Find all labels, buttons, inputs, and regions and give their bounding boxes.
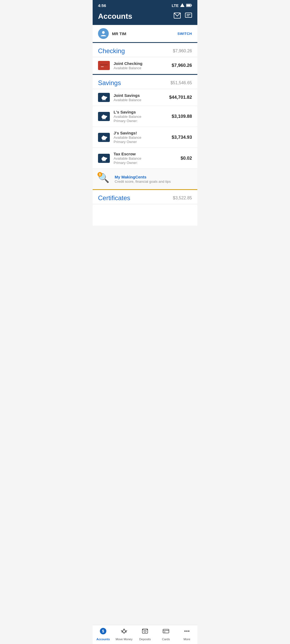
checking-title: Checking <box>98 47 125 55</box>
savings-title: Savings <box>98 79 121 87</box>
svg-point-28 <box>106 137 106 137</box>
switch-button[interactable]: SWITCH <box>177 32 192 36</box>
user-info: MR TIM <box>98 28 126 39</box>
svg-line-30 <box>103 140 103 140</box>
svg-point-50 <box>186 631 188 632</box>
account-name: Joint Checking <box>114 61 143 66</box>
message-icon[interactable] <box>185 13 192 20</box>
certificates-title: Certificates <box>98 194 130 202</box>
account-sub: Available Balance <box>114 98 141 102</box>
move-money-nav-label: Move Money <box>116 638 133 641</box>
js-savings-icon <box>98 133 110 142</box>
svg-line-18 <box>105 100 105 100</box>
account-js-savings[interactable]: J's Savings! Available Balance Primary O… <box>93 127 197 148</box>
joint-savings-icon <box>98 93 110 102</box>
account-joint-savings[interactable]: Joint Savings Available Balance $44,701.… <box>93 89 197 106</box>
nav-move-money[interactable]: Move Money <box>114 627 135 641</box>
account-owner: Primary Owner: <box>114 119 141 123</box>
svg-rect-22 <box>103 115 104 116</box>
account-name: L's Savings <box>114 110 141 114</box>
account-balance: $44,701.82 <box>169 95 192 100</box>
mail-icon[interactable] <box>174 13 181 20</box>
page-title: Accounts <box>98 12 132 21</box>
more-nav-label: More <box>183 638 190 641</box>
certificates-section-header: Certificates $3,522.85 <box>93 190 197 204</box>
status-time: 4:56 <box>98 3 106 8</box>
svg-line-37 <box>103 160 103 161</box>
network-label: LTE <box>172 3 179 8</box>
deposits-nav-icon <box>141 627 149 636</box>
svg-rect-15 <box>103 96 104 97</box>
svg-rect-36 <box>103 156 104 158</box>
account-tax-escrow[interactable]: Tax Escrow Available Balance Primary Own… <box>93 148 197 169</box>
account-ls-savings[interactable]: L's Savings Available Balance Primary Ow… <box>93 106 197 127</box>
app-header: Accounts <box>93 10 197 25</box>
making-cents-title: My MakingCents <box>115 175 171 179</box>
making-cents-subtitle: Credit score, financial goals and tips <box>115 180 171 184</box>
svg-point-21 <box>106 116 106 116</box>
savings-section-header: Savings $51,546.65 <box>93 75 197 89</box>
accounts-nav-icon: $ <box>99 627 107 636</box>
svg-point-51 <box>188 631 190 632</box>
svg-rect-2 <box>191 5 192 6</box>
signal-icon <box>180 3 184 8</box>
svg-marker-0 <box>180 3 184 7</box>
account-balance: $0.02 <box>180 156 192 161</box>
svg-point-8 <box>102 31 105 34</box>
svg-point-35 <box>106 158 106 158</box>
status-indicators: LTE <box>172 3 192 8</box>
svg-rect-3 <box>187 4 191 6</box>
account-name: Joint Savings <box>114 93 141 98</box>
svg-rect-46 <box>163 629 169 633</box>
svg-rect-29 <box>103 136 104 137</box>
svg-rect-10 <box>100 64 108 65</box>
nav-accounts[interactable]: $ Accounts <box>93 627 114 641</box>
account-balance: $7,960.26 <box>172 63 192 68</box>
header-action-icons <box>174 13 192 20</box>
deposits-nav-label: Deposits <box>139 638 151 641</box>
certificates-total: $3,522.85 <box>173 196 192 200</box>
svg-rect-5 <box>185 13 192 17</box>
cards-nav-icon <box>162 627 170 636</box>
svg-rect-48 <box>164 632 165 632</box>
making-cents-icon: $ 🔍 <box>98 173 111 185</box>
svg-rect-45 <box>147 629 148 630</box>
battery-icon <box>186 3 192 8</box>
svg-rect-44 <box>142 629 143 630</box>
tax-escrow-icon <box>98 154 110 163</box>
svg-line-23 <box>103 119 103 119</box>
account-balance: $3,734.93 <box>172 135 192 140</box>
account-name: J's Savings! <box>114 131 141 135</box>
cards-nav-label: Cards <box>162 638 170 641</box>
svg-rect-11 <box>101 66 104 67</box>
svg-point-43 <box>144 630 146 632</box>
svg-line-32 <box>105 140 105 140</box>
account-balance: $3,109.88 <box>172 114 192 119</box>
checking-total: $7,960.26 <box>173 49 192 53</box>
savings-total: $51,546.65 <box>171 80 192 85</box>
status-bar: 4:56 LTE <box>93 0 197 10</box>
accounts-list: Checking $7,960.26 Joint Checking Availa… <box>93 43 197 226</box>
joint-checking-icon <box>98 61 110 70</box>
svg-text:$: $ <box>102 629 104 633</box>
svg-point-14 <box>106 97 106 97</box>
avatar <box>98 28 109 39</box>
svg-line-16 <box>103 100 103 100</box>
account-sub: Available Balance <box>114 136 141 140</box>
svg-line-25 <box>105 119 105 119</box>
account-joint-checking[interactable]: Joint Checking Available Balance $7,960.… <box>93 57 197 74</box>
account-sub: Available Balance <box>114 115 141 119</box>
more-nav-icon <box>183 627 191 636</box>
accounts-nav-label: Accounts <box>96 638 110 641</box>
nav-cards[interactable]: Cards <box>155 627 176 641</box>
account-owner: Primary Owner <box>114 140 141 144</box>
making-cents-banner[interactable]: $ 🔍 My MakingCents Credit score, financi… <box>93 169 197 190</box>
user-name: MR TIM <box>112 31 126 36</box>
account-sub: Available Balance <box>114 156 141 160</box>
account-name: Tax Escrow <box>114 152 141 156</box>
nav-deposits[interactable]: Deposits <box>135 627 155 641</box>
checking-section-header: Checking $7,960.26 <box>93 43 197 57</box>
nav-more[interactable]: More <box>176 627 197 641</box>
account-owner: Primary Owner: <box>114 161 141 165</box>
svg-line-39 <box>105 160 105 161</box>
